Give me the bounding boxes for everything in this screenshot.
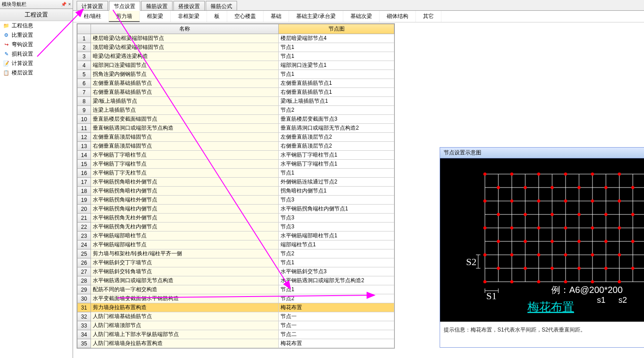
table-row[interactable]: 2 顶层暗梁/边框梁端部锚固节点 节点1 xyxy=(78,43,394,52)
row-diagram[interactable]: 节点一 xyxy=(279,312,394,321)
sub-tab-0[interactable]: 柱/墙柱 xyxy=(77,11,109,22)
table-row[interactable]: 1 楼层暗梁/边框梁端部锚固节点 楼层暗梁端部节点4 xyxy=(78,34,394,43)
sub-tab-2[interactable]: 框架梁 xyxy=(140,11,171,22)
table-row[interactable]: 21 水平钢筋拐角无柱外侧节点 节点3 xyxy=(78,214,394,223)
table-row[interactable]: 24 水平钢筋端部端柱节点 端部端柱节点1 xyxy=(78,240,394,249)
sub-tab-8[interactable]: 基础次梁 xyxy=(343,11,380,22)
top-tab-0[interactable]: 计算设置 xyxy=(77,1,108,10)
row-diagram[interactable]: 水平钢筋丁字端柱节点1 xyxy=(279,160,394,169)
row-diagram[interactable]: 梅花布置 xyxy=(279,339,394,348)
sub-tab-1[interactable]: 剪力墙 xyxy=(109,11,140,22)
row-diagram[interactable]: 节点1 xyxy=(279,285,394,294)
sidebar-item-2[interactable]: ↪弯钩设置 xyxy=(0,40,73,49)
close-icon[interactable]: × xyxy=(68,2,71,7)
sub-tab-6[interactable]: 基础 xyxy=(264,11,289,22)
sub-tab-5[interactable]: 空心楼盖 xyxy=(227,11,264,22)
sidebar-item-0[interactable]: 📁工程信息 xyxy=(0,21,73,31)
table-row[interactable]: 22 水平钢筋拐角无柱内侧节点 节点3 xyxy=(78,223,394,231)
table-row[interactable]: 13 右侧垂直筋顶层锚固节点 右侧垂直筋顶层节点2 xyxy=(78,142,394,151)
table-row[interactable]: 12 左侧垂直筋顶层锚固节点 左侧垂直筋顶层节点2 xyxy=(78,133,394,142)
row-name: 顶层暗梁/边框梁端部锚固节点 xyxy=(91,43,279,52)
svg-point-77 xyxy=(564,280,567,284)
sidebar-item-5[interactable]: 📋楼层设置 xyxy=(0,68,73,78)
row-diagram[interactable]: 右侧垂直筋顶层节点2 xyxy=(279,142,394,151)
table-row[interactable]: 26 水平钢筋斜交丁字墙节点 节点1 xyxy=(78,258,394,267)
table-row[interactable]: 31 剪力墙身拉筋布置构造 梅花布置 xyxy=(78,303,394,312)
table-row[interactable]: 14 水平钢筋丁字暗柱节点 水平钢筋丁字暗柱节点1 xyxy=(78,151,394,160)
row-diagram[interactable]: 梅花布置 xyxy=(279,303,394,312)
table-row[interactable]: 15 水平钢筋丁字端柱节点 水平钢筋丁字端柱节点1 xyxy=(78,160,394,169)
row-diagram[interactable]: 垂直筋遇洞口或端部无节点构造2 xyxy=(279,124,394,133)
table-row[interactable]: 8 梁/板上墙插筋节点 梁/板上墙插筋节点1 xyxy=(78,97,394,106)
row-name: 楼层暗梁/边框梁端部锚固节点 xyxy=(91,34,279,43)
row-diagram[interactable]: 节点2 xyxy=(279,249,394,258)
row-diagram[interactable]: 节点二 xyxy=(279,330,394,339)
table-row[interactable]: 18 水平钢筋拐角暗柱内侧节点 拐角暗柱内侧节点1 xyxy=(78,187,394,196)
table-row[interactable]: 9 连梁上墙插筋节点 节点2 xyxy=(78,106,394,115)
table-row[interactable]: 17 水平钢筋拐角暗柱外侧节点 外侧钢筋连续通过节点2 xyxy=(78,178,394,187)
row-diagram[interactable]: 端部端柱节点1 xyxy=(279,240,394,249)
sub-tab-4[interactable]: 板 xyxy=(207,11,227,22)
row-diagram[interactable]: 水平钢筋丁字暗柱节点1 xyxy=(279,151,394,160)
col-header-num xyxy=(78,24,91,34)
table-row[interactable]: 25 剪力墙与框架柱/转换柱/端柱平齐一侧 节点2 xyxy=(78,249,394,258)
row-diagram[interactable]: 节点一 xyxy=(279,321,394,330)
row-diagram[interactable]: 节点1 xyxy=(279,70,394,79)
table-row[interactable]: 10 垂直筋楼层变截面锚固节点 垂直筋楼层变截面节点3 xyxy=(78,115,394,124)
top-tab-1[interactable]: 节点设置 xyxy=(109,1,140,11)
sidebar-item-3[interactable]: ✎损耗设置 xyxy=(0,49,73,59)
row-diagram[interactable]: 外侧钢筋连续通过节点2 xyxy=(279,178,394,187)
row-diagram[interactable]: 节点1 xyxy=(279,43,394,52)
row-diagram[interactable]: 水平钢筋斜交节点3 xyxy=(279,267,394,276)
row-diagram[interactable]: 端部洞口连梁节点1 xyxy=(279,61,394,70)
top-tab-3[interactable]: 搭接设置 xyxy=(173,1,205,10)
top-tab-4[interactable]: 箍筋公式 xyxy=(206,1,237,10)
table-row[interactable]: 33 人防门框墙顶部节点 节点一 xyxy=(78,321,394,330)
table-row[interactable]: 32 人防门框墙基础插筋节点 节点一 xyxy=(78,312,394,321)
row-diagram[interactable]: 水平钢筋拐角端柱内侧节点1 xyxy=(279,205,394,214)
row-diagram[interactable]: 垂直筋楼层变截面节点3 xyxy=(279,115,394,124)
table-row[interactable]: 4 端部洞口连梁锚固节点 端部洞口连梁节点1 xyxy=(78,61,394,70)
row-diagram[interactable]: 节点1 xyxy=(279,52,394,61)
sidebar-item-4[interactable]: 📝计算设置 xyxy=(0,59,73,68)
table-row[interactable]: 29 配筋不同的墙一字相交构造 节点1 xyxy=(78,285,394,294)
table-row[interactable]: 3 暗梁/边框梁遇连梁构造 节点1 xyxy=(78,52,394,61)
top-tab-2[interactable]: 箍筋设置 xyxy=(141,1,173,10)
sub-tab-9[interactable]: 砌体结构 xyxy=(380,11,416,22)
row-diagram[interactable]: 节点3 xyxy=(279,223,394,231)
table-row[interactable]: 28 水平钢筋遇洞口或端部无节点构造 水平钢筋遇洞口或端部无节点构造2 xyxy=(78,276,394,285)
table-row[interactable]: 5 拐角连梁内侧钢筋节点 节点1 xyxy=(78,70,394,79)
table-row[interactable]: 19 水平钢筋拐角端柱外侧节点 节点3 xyxy=(78,196,394,205)
row-diagram[interactable]: 节点3 xyxy=(279,214,394,223)
table-row[interactable]: 35 人防门框墙墙身拉筋布置构造 梅花布置 xyxy=(78,339,394,348)
row-diagram[interactable]: 右侧垂直筋插筋节点1 xyxy=(279,88,394,97)
row-diagram[interactable]: 左侧垂直筋插筋节点1 xyxy=(279,79,394,88)
table-row[interactable]: 23 水平钢筋端部暗柱节点 水平钢筋端部暗柱节点1 xyxy=(78,231,394,240)
svg-point-26 xyxy=(591,173,594,176)
sub-tab-3[interactable]: 非框架梁 xyxy=(171,11,207,22)
sub-tab-10[interactable]: 其它 xyxy=(416,11,441,22)
table-row[interactable]: 6 左侧垂直筋基础插筋节点 左侧垂直筋插筋节点1 xyxy=(78,79,394,88)
row-diagram[interactable]: 节点2 xyxy=(279,106,394,115)
table-row[interactable]: 11 垂直钢筋遇洞口或端部无节点构造 垂直筋遇洞口或端部无节点构造2 xyxy=(78,124,394,133)
table-row[interactable]: 34 人防门框墙上下部水平纵筋端部节点 节点二 xyxy=(78,330,394,339)
table-row[interactable]: 27 水平钢筋斜交转角墙节点 水平钢筋斜交节点3 xyxy=(78,267,394,276)
row-diagram[interactable]: 节点1 xyxy=(279,169,394,178)
sidebar-item-1[interactable]: ⚙比重设置 xyxy=(0,31,73,40)
pin-icon[interactable]: 📌 xyxy=(61,2,66,7)
row-diagram[interactable]: 楼层暗梁端部节点4 xyxy=(279,34,394,43)
table-row[interactable]: 7 右侧垂直筋基础插筋节点 右侧垂直筋插筋节点1 xyxy=(78,88,394,97)
sub-tab-7[interactable]: 基础主梁/承台梁 xyxy=(289,11,343,22)
row-diagram[interactable]: 梁/板上墙插筋节点1 xyxy=(279,97,394,106)
row-diagram[interactable]: 左侧垂直筋顶层节点2 xyxy=(279,133,394,142)
row-diagram[interactable]: 节点1 xyxy=(279,258,394,267)
row-diagram[interactable]: 节点3 xyxy=(279,196,394,205)
table-row[interactable]: 16 水平钢筋丁字无柱节点 节点1 xyxy=(78,169,394,178)
row-diagram[interactable]: 节点2 xyxy=(279,294,394,303)
table-row[interactable]: 20 水平钢筋拐角端柱内侧节点 水平钢筋拐角端柱内侧节点1 xyxy=(78,205,394,214)
svg-point-60 xyxy=(631,240,635,243)
table-row[interactable]: 30 水平变截面墙变截面侧水平钢筋构造 节点2 xyxy=(78,294,394,303)
row-diagram[interactable]: 水平钢筋遇洞口或端部无节点构造2 xyxy=(279,276,394,285)
row-diagram[interactable]: 水平钢筋端部暗柱节点1 xyxy=(279,231,394,240)
row-diagram[interactable]: 拐角暗柱内侧节点1 xyxy=(279,187,394,196)
